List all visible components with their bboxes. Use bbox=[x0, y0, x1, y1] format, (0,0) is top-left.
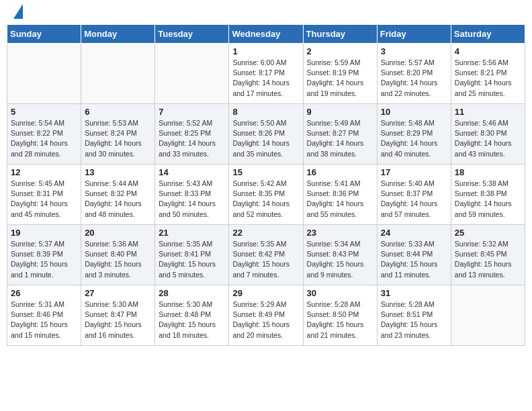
day-number: 3 bbox=[381, 46, 447, 56]
calendar-cell: 17Sunrise: 5:40 AM Sunset: 8:37 PM Dayli… bbox=[377, 165, 451, 225]
calendar-cell: 26Sunrise: 5:31 AM Sunset: 8:46 PM Dayli… bbox=[7, 285, 81, 346]
calendar-week-2: 5Sunrise: 5:54 AM Sunset: 8:22 PM Daylig… bbox=[7, 104, 525, 165]
day-number: 5 bbox=[11, 107, 77, 117]
calendar-cell: 25Sunrise: 5:32 AM Sunset: 8:45 PM Dayli… bbox=[451, 225, 525, 285]
day-number: 16 bbox=[307, 167, 373, 177]
day-info: Sunrise: 5:50 AM Sunset: 8:26 PM Dayligh… bbox=[232, 118, 299, 159]
calendar-cell: 15Sunrise: 5:42 AM Sunset: 8:35 PM Dayli… bbox=[229, 165, 303, 225]
calendar-cell bbox=[7, 44, 81, 104]
day-info: Sunrise: 5:29 AM Sunset: 8:49 PM Dayligh… bbox=[232, 300, 299, 340]
day-number: 24 bbox=[381, 228, 447, 238]
day-number: 10 bbox=[381, 107, 447, 117]
calendar-cell: 30Sunrise: 5:28 AM Sunset: 8:50 PM Dayli… bbox=[303, 285, 377, 346]
calendar-cell: 27Sunrise: 5:30 AM Sunset: 8:47 PM Dayli… bbox=[81, 285, 155, 346]
day-info: Sunrise: 5:48 AM Sunset: 8:29 PM Dayligh… bbox=[381, 118, 447, 159]
day-info: Sunrise: 6:00 AM Sunset: 8:17 PM Dayligh… bbox=[232, 58, 299, 99]
calendar-week-4: 19Sunrise: 5:37 AM Sunset: 8:39 PM Dayli… bbox=[7, 225, 525, 285]
calendar-cell: 16Sunrise: 5:41 AM Sunset: 8:36 PM Dayli… bbox=[303, 165, 377, 225]
day-info: Sunrise: 5:35 AM Sunset: 8:41 PM Dayligh… bbox=[159, 239, 225, 280]
weekday-header-tuesday: Tuesday bbox=[155, 25, 229, 44]
calendar-cell: 29Sunrise: 5:29 AM Sunset: 8:49 PM Dayli… bbox=[229, 285, 303, 346]
day-number: 28 bbox=[159, 288, 225, 298]
day-number: 2 bbox=[307, 46, 373, 56]
calendar-table: SundayMondayTuesdayWednesdayThursdayFrid… bbox=[7, 24, 525, 346]
calendar-cell: 11Sunrise: 5:46 AM Sunset: 8:30 PM Dayli… bbox=[451, 104, 525, 165]
weekday-header-monday: Monday bbox=[81, 25, 155, 44]
calendar-cell: 10Sunrise: 5:48 AM Sunset: 8:29 PM Dayli… bbox=[377, 104, 451, 165]
day-number: 19 bbox=[11, 228, 77, 238]
day-info: Sunrise: 5:49 AM Sunset: 8:27 PM Dayligh… bbox=[307, 118, 373, 159]
calendar-cell: 4Sunrise: 5:56 AM Sunset: 8:21 PM Daylig… bbox=[451, 44, 525, 104]
weekday-header-sunday: Sunday bbox=[7, 25, 81, 44]
day-number: 18 bbox=[455, 167, 521, 177]
calendar-cell: 9Sunrise: 5:49 AM Sunset: 8:27 PM Daylig… bbox=[303, 104, 377, 165]
day-info: Sunrise: 5:56 AM Sunset: 8:21 PM Dayligh… bbox=[455, 58, 521, 99]
day-info: Sunrise: 5:35 AM Sunset: 8:42 PM Dayligh… bbox=[232, 239, 299, 280]
day-number: 12 bbox=[11, 167, 77, 177]
calendar-cell: 20Sunrise: 5:36 AM Sunset: 8:40 PM Dayli… bbox=[81, 225, 155, 285]
calendar-cell bbox=[451, 285, 525, 346]
calendar-cell: 22Sunrise: 5:35 AM Sunset: 8:42 PM Dayli… bbox=[229, 225, 303, 285]
calendar-body: 1Sunrise: 6:00 AM Sunset: 8:17 PM Daylig… bbox=[7, 44, 525, 346]
day-info: Sunrise: 5:44 AM Sunset: 8:32 PM Dayligh… bbox=[85, 179, 151, 220]
day-info: Sunrise: 5:32 AM Sunset: 8:45 PM Dayligh… bbox=[455, 239, 521, 280]
day-info: Sunrise: 5:41 AM Sunset: 8:36 PM Dayligh… bbox=[307, 179, 373, 220]
day-number: 4 bbox=[455, 46, 521, 56]
calendar-cell: 1Sunrise: 6:00 AM Sunset: 8:17 PM Daylig… bbox=[229, 44, 303, 104]
weekday-header-row: SundayMondayTuesdayWednesdayThursdayFrid… bbox=[7, 25, 525, 44]
day-info: Sunrise: 5:33 AM Sunset: 8:44 PM Dayligh… bbox=[381, 239, 447, 280]
calendar-cell: 24Sunrise: 5:33 AM Sunset: 8:44 PM Dayli… bbox=[377, 225, 451, 285]
calendar-week-5: 26Sunrise: 5:31 AM Sunset: 8:46 PM Dayli… bbox=[7, 285, 525, 346]
day-number: 15 bbox=[232, 167, 299, 177]
calendar-cell: 23Sunrise: 5:34 AM Sunset: 8:43 PM Dayli… bbox=[303, 225, 377, 285]
day-number: 11 bbox=[455, 107, 521, 117]
calendar-week-1: 1Sunrise: 6:00 AM Sunset: 8:17 PM Daylig… bbox=[7, 44, 525, 104]
calendar-cell: 6Sunrise: 5:53 AM Sunset: 8:24 PM Daylig… bbox=[81, 104, 155, 165]
calendar-cell: 3Sunrise: 5:57 AM Sunset: 8:20 PM Daylig… bbox=[377, 44, 451, 104]
day-number: 31 bbox=[381, 288, 447, 298]
calendar-cell bbox=[81, 44, 155, 104]
calendar-cell: 13Sunrise: 5:44 AM Sunset: 8:32 PM Dayli… bbox=[81, 165, 155, 225]
day-number: 17 bbox=[381, 167, 447, 177]
day-info: Sunrise: 5:34 AM Sunset: 8:43 PM Dayligh… bbox=[307, 239, 373, 280]
day-info: Sunrise: 5:52 AM Sunset: 8:25 PM Dayligh… bbox=[159, 118, 225, 159]
day-number: 14 bbox=[159, 167, 225, 177]
day-info: Sunrise: 5:45 AM Sunset: 8:31 PM Dayligh… bbox=[11, 179, 77, 220]
day-info: Sunrise: 5:42 AM Sunset: 8:35 PM Dayligh… bbox=[232, 179, 299, 220]
page-header bbox=[7, 7, 525, 19]
day-number: 29 bbox=[232, 288, 299, 298]
day-info: Sunrise: 5:46 AM Sunset: 8:30 PM Dayligh… bbox=[455, 118, 521, 159]
day-info: Sunrise: 5:31 AM Sunset: 8:46 PM Dayligh… bbox=[11, 300, 77, 340]
calendar-cell bbox=[155, 44, 229, 104]
calendar-cell: 19Sunrise: 5:37 AM Sunset: 8:39 PM Dayli… bbox=[7, 225, 81, 285]
day-info: Sunrise: 5:37 AM Sunset: 8:39 PM Dayligh… bbox=[11, 239, 77, 280]
day-info: Sunrise: 5:30 AM Sunset: 8:48 PM Dayligh… bbox=[159, 300, 225, 340]
day-number: 9 bbox=[307, 107, 373, 117]
calendar-week-3: 12Sunrise: 5:45 AM Sunset: 8:31 PM Dayli… bbox=[7, 165, 525, 225]
day-number: 30 bbox=[307, 288, 373, 298]
calendar-cell: 14Sunrise: 5:43 AM Sunset: 8:33 PM Dayli… bbox=[155, 165, 229, 225]
day-number: 6 bbox=[85, 107, 151, 117]
day-number: 13 bbox=[85, 167, 151, 177]
calendar-cell: 18Sunrise: 5:38 AM Sunset: 8:38 PM Dayli… bbox=[451, 165, 525, 225]
calendar-cell: 12Sunrise: 5:45 AM Sunset: 8:31 PM Dayli… bbox=[7, 165, 81, 225]
day-number: 8 bbox=[232, 107, 299, 117]
day-info: Sunrise: 5:53 AM Sunset: 8:24 PM Dayligh… bbox=[85, 118, 151, 159]
weekday-header-wednesday: Wednesday bbox=[229, 25, 303, 44]
day-number: 21 bbox=[159, 228, 225, 238]
day-info: Sunrise: 5:57 AM Sunset: 8:20 PM Dayligh… bbox=[381, 58, 447, 99]
calendar-cell: 5Sunrise: 5:54 AM Sunset: 8:22 PM Daylig… bbox=[7, 104, 81, 165]
calendar-cell: 2Sunrise: 5:59 AM Sunset: 8:19 PM Daylig… bbox=[303, 44, 377, 104]
calendar-cell: 21Sunrise: 5:35 AM Sunset: 8:41 PM Dayli… bbox=[155, 225, 229, 285]
day-number: 25 bbox=[455, 228, 521, 238]
day-number: 1 bbox=[232, 46, 299, 56]
day-info: Sunrise: 5:59 AM Sunset: 8:19 PM Dayligh… bbox=[307, 58, 373, 99]
day-number: 20 bbox=[85, 228, 151, 238]
day-number: 26 bbox=[11, 288, 77, 298]
day-number: 22 bbox=[232, 228, 299, 238]
weekday-header-thursday: Thursday bbox=[303, 25, 377, 44]
weekday-header-saturday: Saturday bbox=[451, 25, 525, 44]
day-info: Sunrise: 5:36 AM Sunset: 8:40 PM Dayligh… bbox=[85, 239, 151, 280]
day-info: Sunrise: 5:30 AM Sunset: 8:47 PM Dayligh… bbox=[85, 300, 151, 340]
calendar-cell: 7Sunrise: 5:52 AM Sunset: 8:25 PM Daylig… bbox=[155, 104, 229, 165]
